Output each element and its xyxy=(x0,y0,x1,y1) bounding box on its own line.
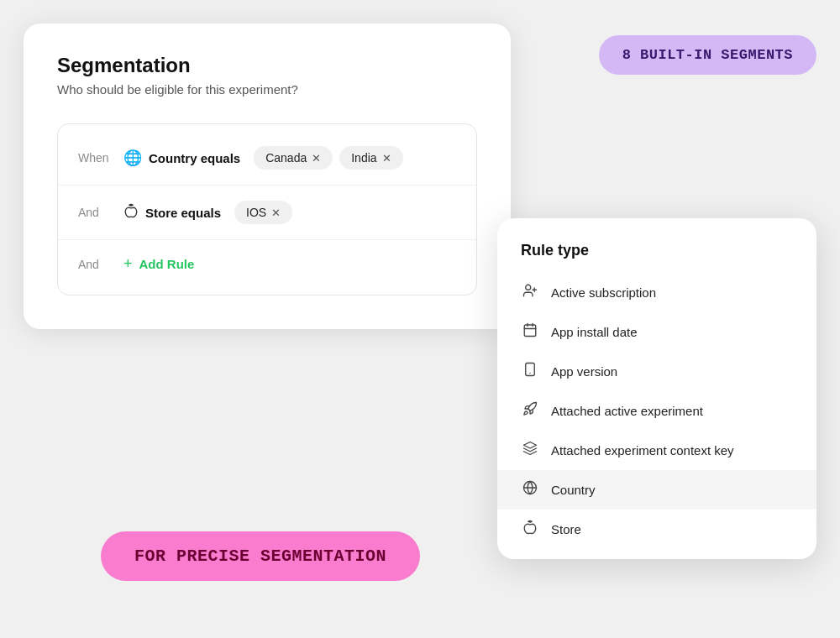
precise-badge-text: FOR PRECISE SEGMENTATION xyxy=(134,546,386,566)
rule-type-item-attached-active-experiment[interactable]: Attached active experiment xyxy=(497,391,816,431)
tag-ios: IOS ✕ xyxy=(234,201,292,224)
rule-type-item-country-label: Country xyxy=(551,483,596,497)
add-rule-plus-icon: + xyxy=(123,255,133,273)
rule-type-item-app-install-date[interactable]: App install date xyxy=(497,312,816,352)
tag-ios-close[interactable]: ✕ xyxy=(271,207,281,218)
rule-connector-and-1: And xyxy=(78,206,110,219)
rule-type-title: Rule type xyxy=(497,242,816,273)
rule-type-item-attached-experiment-context-key-label: Attached experiment context key xyxy=(551,443,734,458)
calendar-icon xyxy=(521,322,539,342)
rule-row-country: When 🌐 Country equals Canada ✕ India ✕ xyxy=(58,131,476,185)
phone-icon xyxy=(521,362,539,381)
tag-canada-close[interactable]: ✕ xyxy=(312,153,321,164)
rocket-icon xyxy=(521,401,539,421)
user-plus-icon xyxy=(521,283,539,302)
rule-type-item-active-subscription[interactable]: Active subscription xyxy=(497,273,816,312)
rule-type-item-app-version-label: App version xyxy=(551,364,617,379)
apple-icon xyxy=(123,203,139,222)
card-subtitle: Who should be eligible for this experime… xyxy=(57,82,477,97)
globe-icon: 🌐 xyxy=(123,149,142,167)
rule-row-add: And + Add Rule xyxy=(58,239,476,288)
layers-icon xyxy=(521,441,539,460)
tag-india: India ✕ xyxy=(339,146,402,170)
tag-ios-label: IOS xyxy=(246,206,266,219)
tag-canada-label: Canada xyxy=(265,151,307,165)
svg-marker-9 xyxy=(524,442,537,449)
built-in-badge: 8 BUILT-IN SEGMENTS xyxy=(599,35,816,75)
tag-india-label: India xyxy=(351,151,376,165)
rule-type-item-app-install-date-label: App install date xyxy=(551,325,638,339)
add-rule-button[interactable]: + Add Rule xyxy=(123,255,194,273)
rule-type-item-active-subscription-label: Active subscription xyxy=(551,285,656,300)
svg-rect-3 xyxy=(524,325,536,337)
precise-segmentation-badge: FOR PRECISE SEGMENTATION xyxy=(101,531,420,581)
tag-canada: Canada ✕ xyxy=(254,146,333,170)
apple-icon-dropdown xyxy=(521,520,539,539)
rules-container: When 🌐 Country equals Canada ✕ India ✕ A… xyxy=(57,123,477,295)
rule-row-store: And Store equals IOS ✕ xyxy=(58,185,476,239)
card-title: Segmentation xyxy=(57,54,477,77)
svg-rect-7 xyxy=(526,363,535,376)
rule-type-store-label: Store equals xyxy=(145,206,221,220)
rule-type-store[interactable]: Store equals xyxy=(123,203,221,222)
segmentation-card: Segmentation Who should be eligible for … xyxy=(24,24,511,329)
rule-type-item-store-label: Store xyxy=(551,522,581,536)
tag-india-close[interactable]: ✕ xyxy=(382,153,391,164)
rule-type-country[interactable]: 🌐 Country equals xyxy=(123,149,240,167)
rule-tags-country: Canada ✕ India ✕ xyxy=(254,146,402,170)
rule-type-item-attached-active-experiment-label: Attached active experiment xyxy=(551,404,703,418)
rule-type-item-app-version[interactable]: App version xyxy=(497,352,816,391)
rule-type-item-store[interactable]: Store xyxy=(497,510,816,549)
rule-type-country-label: Country equals xyxy=(149,151,240,165)
add-rule-label: Add Rule xyxy=(139,257,195,271)
globe-icon-dropdown xyxy=(521,480,539,499)
built-in-badge-text: 8 BUILT-IN SEGMENTS xyxy=(622,47,793,63)
rule-connector-when: When xyxy=(78,151,110,165)
rule-type-item-attached-experiment-context-key[interactable]: Attached experiment context key xyxy=(497,431,816,470)
rule-type-dropdown: Rule type Active subscription App instal… xyxy=(497,218,816,559)
rule-tags-store: IOS ✕ xyxy=(234,201,292,224)
svg-point-0 xyxy=(526,285,531,290)
rule-type-item-country[interactable]: Country xyxy=(497,470,816,510)
rule-connector-and-2: And xyxy=(78,258,110,271)
